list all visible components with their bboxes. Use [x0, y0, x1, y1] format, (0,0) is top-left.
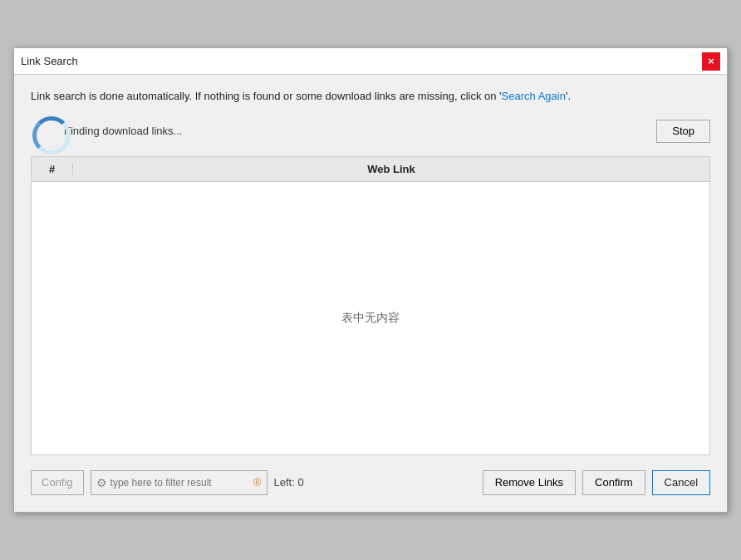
filter-input[interactable] [110, 477, 250, 489]
title-bar: Link Search × [14, 48, 727, 75]
filter-gear-icon: ⚙ [96, 476, 107, 489]
table-body-empty: 表中无内容 [32, 182, 709, 454]
dialog-title: Link Search [21, 55, 78, 67]
filter-r-icon: ® [253, 476, 262, 489]
search-again-highlight: Search Again [502, 90, 566, 102]
results-table: # Web Link 表中无内容 [31, 156, 710, 455]
footer: Config ⚙ ® Left: 0 Remove Links Confirm … [31, 464, 710, 504]
content-area: Link search is done automatically. If no… [14, 75, 727, 512]
empty-table-text: 表中无内容 [341, 311, 400, 326]
filter-container: ⚙ ® [91, 470, 267, 495]
col-header-num: # [32, 163, 73, 175]
cancel-button[interactable]: Cancel [652, 470, 710, 495]
link-search-dialog: Link Search × Link search is done automa… [13, 47, 728, 513]
close-button[interactable]: × [702, 52, 720, 71]
config-button[interactable]: Config [31, 470, 84, 495]
table-header: # Web Link [32, 157, 709, 182]
confirm-button[interactable]: Confirm [582, 470, 645, 495]
search-row: Finding download links... Stop [31, 115, 710, 148]
info-text-main: Link search is done automatically. If no… [31, 90, 571, 102]
col-header-link: Web Link [73, 163, 709, 175]
remove-links-button[interactable]: Remove Links [483, 470, 576, 495]
finding-text: Finding download links... [64, 125, 656, 137]
info-text: Link search is done automatically. If no… [31, 88, 710, 105]
left-count: Left: 0 [274, 476, 304, 489]
stop-button[interactable]: Stop [656, 120, 710, 143]
loading-spinner [31, 115, 64, 148]
